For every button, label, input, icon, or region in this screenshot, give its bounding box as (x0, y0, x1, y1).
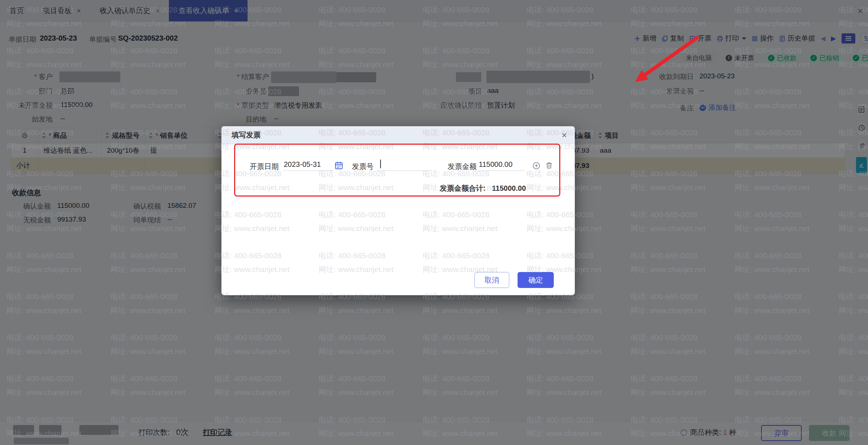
invoice-no-label: 发票号 (352, 162, 374, 172)
delete-row-icon[interactable] (545, 161, 553, 171)
modal-header: 填写发票 × (221, 126, 575, 144)
invoice-no-input[interactable] (377, 160, 432, 171)
modal-close-icon[interactable]: × (562, 130, 567, 140)
app-root: 首页 项目看板 × 收入确认单历史 × 查看收入确认单 × × 单据日期 202… (0, 0, 868, 445)
cancel-button[interactable]: 取消 (474, 272, 509, 288)
invoice-date-input[interactable] (283, 160, 332, 171)
invoice-amount-label: 发票金额 (448, 162, 477, 172)
calendar-icon[interactable] (335, 161, 343, 171)
modal-title: 填写发票 (232, 130, 261, 140)
invoice-date-label: 开票日期 (250, 162, 279, 172)
text-caret (380, 160, 381, 168)
add-row-icon[interactable] (532, 162, 540, 171)
invoice-amount-input[interactable] (478, 160, 524, 171)
confirm-button[interactable]: 确定 (518, 272, 554, 288)
fill-invoice-modal: 填写发票 × 开票日期 发票号 发票金额 发票金额合计: 115000.00 取… (221, 126, 575, 295)
invoice-total: 发票金额合计: 115000.00 (366, 184, 526, 193)
